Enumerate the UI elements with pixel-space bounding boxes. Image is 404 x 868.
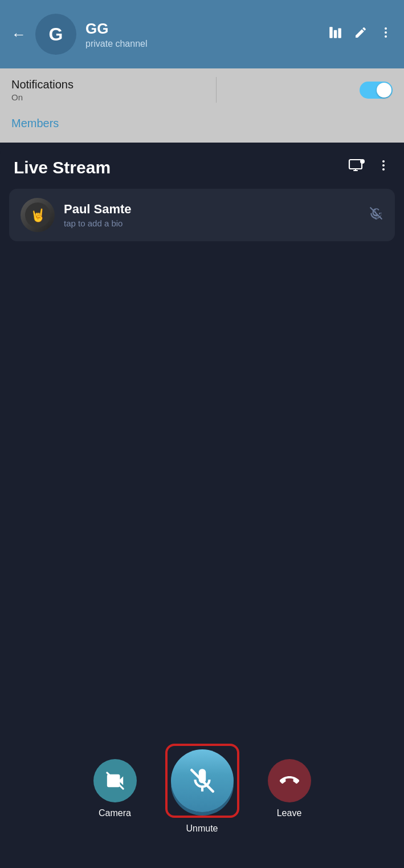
svg-point-8	[382, 160, 385, 163]
leave-label: Leave	[277, 808, 302, 818]
edit-icon[interactable]	[354, 26, 368, 43]
notifications-bar: Notifications On	[0, 68, 404, 111]
livestream-header-icons	[348, 157, 390, 177]
camera-label: Camera	[99, 808, 131, 818]
svg-rect-2	[338, 28, 341, 38]
back-button[interactable]: ←	[11, 26, 26, 43]
svg-text:🤘: 🤘	[30, 208, 46, 223]
leave-control: Leave	[268, 759, 311, 818]
toggle-knob	[377, 83, 391, 98]
notifications-title: Notifications	[11, 78, 74, 91]
participant-info: Paul Samte tap to add a bio	[64, 202, 360, 228]
svg-point-7	[360, 159, 365, 164]
svg-point-9	[382, 164, 385, 167]
svg-point-3	[385, 27, 387, 30]
unmute-button[interactable]	[171, 749, 234, 812]
poll-icon[interactable]	[328, 25, 342, 43]
svg-point-4	[385, 31, 387, 34]
channel-info: GG private channel	[85, 20, 319, 49]
leave-button[interactable]	[268, 759, 311, 802]
more-options-icon[interactable]	[379, 26, 393, 43]
members-section: Members	[0, 111, 404, 143]
camera-control: Camera	[93, 759, 137, 818]
livestream-panel: Live Stream 🤘	[0, 143, 404, 868]
camera-button[interactable]	[93, 759, 137, 802]
bottom-controls: Camera Unmute Leave	[0, 744, 404, 834]
svg-rect-6	[349, 160, 362, 169]
svg-rect-1	[334, 30, 337, 38]
channel-name: GG	[85, 20, 319, 38]
unmute-highlight-border	[165, 744, 239, 818]
notifications-toggle[interactable]	[360, 82, 393, 99]
top-header: ← G GG private channel	[0, 0, 404, 68]
channel-avatar: G	[35, 14, 76, 55]
screen-share-icon[interactable]	[348, 157, 365, 177]
unmute-control: Unmute	[165, 744, 239, 834]
livestream-title: Live Stream	[14, 158, 111, 177]
channel-type: private channel	[85, 39, 319, 49]
mic-muted-icon	[369, 206, 383, 224]
unmute-label: Unmute	[186, 824, 218, 834]
svg-rect-0	[329, 27, 332, 38]
svg-point-10	[382, 168, 385, 171]
header-icons	[328, 25, 393, 43]
participant-avatar: 🤘	[21, 198, 55, 232]
participant-name: Paul Samte	[64, 202, 360, 217]
members-title[interactable]: Members	[11, 117, 393, 130]
notifications-status: On	[11, 92, 74, 102]
livestream-more-icon[interactable]	[377, 159, 390, 176]
participant-card[interactable]: 🤘 Paul Samte tap to add a bio	[9, 189, 395, 241]
svg-point-5	[385, 35, 387, 38]
livestream-header: Live Stream	[0, 143, 404, 189]
notifications-divider	[216, 77, 217, 103]
participant-bio: tap to add a bio	[64, 218, 360, 228]
